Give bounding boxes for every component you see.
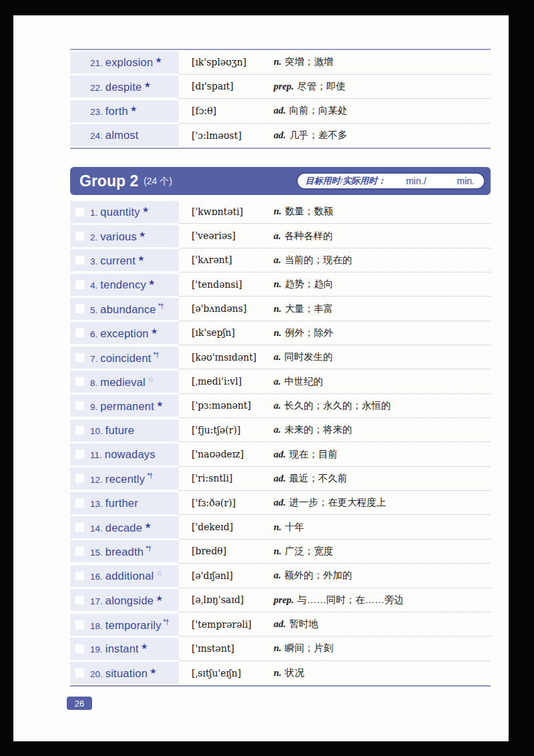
word-cell: 5.abundance*†: [70, 297, 179, 321]
frequency-marker: ★: [148, 278, 156, 287]
word-row: 23.forth★ [fɔ:θ] ad.向前；向某处: [70, 99, 491, 124]
phonetic-text: ['fɜ:ðə(r)]: [192, 498, 274, 508]
word-label: 3.current★: [90, 254, 145, 267]
part-of-speech: n.: [274, 206, 282, 216]
timer-pill: 目标用时/实际用时： min./ min.: [296, 172, 485, 190]
page-number: 26: [75, 699, 84, 709]
word-cell-highlight: 22.despite★: [70, 75, 179, 98]
word-checkbox[interactable]: [75, 304, 85, 314]
word-checkbox[interactable]: [75, 522, 85, 532]
part-of-speech: n.: [274, 522, 282, 532]
word-checkbox[interactable]: [75, 231, 85, 241]
chinese-meaning: 当前的；现在的: [284, 254, 352, 265]
word-label: 5.abundance*†: [90, 302, 164, 316]
definition-cell: [ɪk'sepʃn] n.例外；除外: [179, 321, 491, 345]
word-checkbox[interactable]: [75, 328, 85, 338]
definition-cell: ['fju:tʃə(r)] a.未来的；将来的: [179, 418, 491, 442]
part-of-speech: ad.: [274, 618, 286, 629]
word-cell-highlight: 3.current★: [70, 249, 179, 271]
word-checkbox[interactable]: [75, 255, 85, 265]
word-label: 2.various★: [90, 230, 146, 243]
word-checkbox[interactable]: [75, 546, 85, 556]
word-checkbox[interactable]: [75, 353, 85, 363]
frequency-marker: ★: [156, 399, 164, 409]
phonetic-text: [ˌmedi'i:vl]: [192, 376, 274, 387]
definition-cell: ['fɜ:ðə(r)] ad.进一步；在更大程度上: [179, 491, 491, 515]
meaning-text: a.额外的；外加的: [274, 569, 352, 582]
word-checkbox[interactable]: [75, 668, 85, 678]
word-row: 7.coincident*† [kəʊ'ɪnsɪdənt] a.同时发生的: [70, 345, 491, 369]
word-number: 15.: [90, 548, 103, 558]
word-number: 4.: [90, 280, 97, 291]
word-checkbox[interactable]: [75, 498, 85, 508]
chinese-meaning: 最近；不久前: [289, 473, 347, 484]
word-cell-highlight: 18.temporarily*†: [70, 614, 179, 636]
word-checkbox[interactable]: [75, 207, 85, 217]
word-checkbox[interactable]: [75, 401, 85, 411]
chinese-meaning: 向前；向某处: [289, 105, 347, 116]
word-cell-highlight: 6.exception★: [70, 322, 179, 344]
chinese-meaning: 尽管；即使: [297, 81, 346, 91]
word-checkbox[interactable]: [75, 449, 85, 459]
word-number: 21.: [90, 58, 103, 68]
phonetic-text: ['ri:sntli]: [192, 473, 274, 484]
word-label: 7.coincident*†: [90, 351, 159, 365]
part-of-speech: n.: [274, 278, 282, 289]
word-cell-highlight: 19.instant★: [70, 638, 179, 660]
timer-min-slash: min./: [406, 176, 426, 186]
word-text: permanent: [100, 400, 154, 412]
word-checkbox[interactable]: [75, 474, 85, 484]
part-of-speech: a.: [274, 376, 281, 387]
word-cell: 11.nowadays: [70, 442, 179, 466]
meaning-text: a.中世纪的: [274, 375, 323, 388]
frequency-marker: ☆: [156, 569, 162, 577]
word-text: exception: [100, 327, 148, 339]
phonetic-text: [ə'dɪʃənl]: [192, 570, 274, 581]
phonetic-text: ['fju:tʃə(r)]: [192, 425, 274, 435]
part-of-speech: ad.: [274, 497, 286, 508]
word-row: 19.instant★ ['ɪnstənt] n.瞬间；片刻: [70, 636, 491, 660]
meaning-text: prep.尽管；即使: [274, 80, 346, 93]
group2-table: 1.quantity★ ['kwɒntəti] n.数量；数额 2.variou…: [70, 200, 491, 687]
phonetic-text: [bredθ]: [192, 546, 274, 556]
word-checkbox[interactable]: [75, 571, 85, 581]
chinese-meaning: 同时发生的: [284, 351, 333, 362]
frequency-marker: *†: [158, 302, 164, 310]
group-word-count: (24 个): [144, 176, 172, 188]
word-checkbox[interactable]: [75, 595, 85, 605]
meaning-text: a.长久的；永久的；永恒的: [274, 399, 390, 412]
chinese-meaning: 现在；目前: [289, 449, 338, 459]
phonetic-text: [ɪk'spləʊʒn]: [192, 57, 274, 67]
part-of-speech: ad.: [274, 473, 286, 484]
word-number: 6.: [90, 329, 97, 339]
word-cell: 8.medieval☆: [70, 369, 179, 393]
word-cell-highlight: 16.additional☆: [70, 565, 179, 587]
word-checkbox[interactable]: [75, 377, 85, 387]
word-text: explosion: [105, 56, 154, 68]
word-checkbox[interactable]: [75, 425, 85, 435]
part-of-speech: a.: [274, 570, 281, 580]
word-text: additional: [105, 570, 154, 582]
phonetic-text: [kəʊ'ɪnsɪdənt]: [192, 352, 274, 363]
part-of-speech: ad.: [274, 130, 286, 140]
chinese-meaning: 中世纪的: [284, 376, 323, 387]
word-cell-highlight: 24.almost: [70, 124, 179, 146]
word-cell-highlight: 1.quantity★: [70, 201, 179, 223]
word-cell: 16.additional☆: [70, 564, 179, 588]
word-checkbox[interactable]: [75, 280, 85, 290]
word-cell: 9.permanent★: [70, 394, 179, 418]
word-label: 13.further: [90, 497, 138, 510]
chinese-meaning: 数量；数额: [285, 206, 334, 216]
phonetic-text: ['veəriəs]: [192, 230, 274, 241]
word-row: 1.quantity★ ['kwɒntəti] n.数量；数额: [70, 200, 491, 224]
frequency-marker: ★: [130, 104, 138, 114]
word-checkbox[interactable]: [75, 644, 85, 654]
word-text: future: [105, 424, 134, 436]
word-cell-highlight: 11.nowadays: [70, 443, 179, 465]
definition-cell: [ə'bʌndəns] n.大量；丰富: [179, 297, 491, 321]
word-checkbox[interactable]: [75, 620, 85, 630]
word-label: 4.tendency★: [90, 278, 156, 291]
word-row: 18.temporarily*† ['temprərəli] ad.暂时地: [70, 612, 491, 636]
phonetic-text: ['tendənsi]: [192, 279, 274, 290]
phonetic-text: ['kwɒntəti]: [192, 206, 274, 217]
